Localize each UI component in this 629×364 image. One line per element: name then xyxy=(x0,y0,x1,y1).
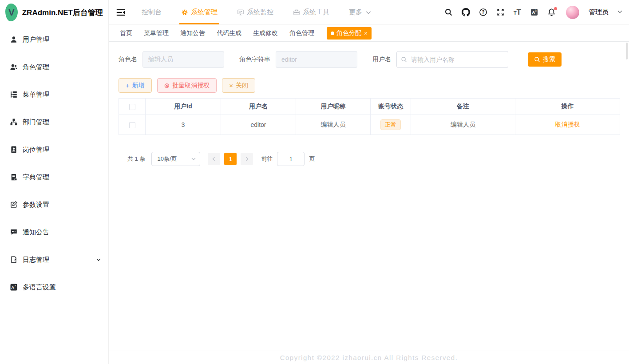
prev-page-button[interactable] xyxy=(208,153,220,165)
chevron-left-icon xyxy=(211,156,217,162)
table-header-row: 用户Id 用户名 用户昵称 账号状态 备注 操作 xyxy=(119,99,620,115)
plus-icon: + xyxy=(126,82,130,89)
svg-text:?: ? xyxy=(482,10,485,15)
nav-item-system-monitor[interactable]: 系统监控 xyxy=(237,0,273,24)
svg-text:文: 文 xyxy=(534,9,537,12)
page-size-select[interactable]: 10条/页 xyxy=(151,152,200,166)
app-logo: V xyxy=(5,4,18,21)
column-header-status: 账号状态 xyxy=(371,99,411,115)
app-layout: V ZRAdmin.NET后台管理 用户管理 角色管理 菜单管理 部门管理 xyxy=(0,0,629,364)
nav-item-system-mgmt[interactable]: 系统管理 xyxy=(181,0,218,24)
tab-code-gen[interactable]: 代码生成 xyxy=(217,29,241,37)
column-header-nick-name: 用户昵称 xyxy=(296,99,371,115)
filter-role-key: 角色字符串 xyxy=(239,51,357,68)
collapse-sidebar-icon[interactable] xyxy=(116,8,126,17)
close-button[interactable]: × 关闭 xyxy=(222,78,255,93)
role-key-input[interactable] xyxy=(276,51,357,68)
cell-user-id: 3 xyxy=(146,115,221,135)
nav-item-console[interactable]: 控制台 xyxy=(142,0,162,24)
scrollbar-thumb[interactable] xyxy=(626,43,628,59)
user-name-input[interactable] xyxy=(396,51,508,68)
close-icon: × xyxy=(229,82,233,89)
cell-user-name: editor xyxy=(221,115,296,135)
sidebar-item-dict-mgmt[interactable]: 字典管理 xyxy=(0,163,108,191)
notification-bell-icon[interactable] xyxy=(547,8,556,17)
page-size-value: 10条/页 xyxy=(157,155,177,163)
sidebar-item-post-mgmt[interactable]: 岗位管理 xyxy=(0,136,108,163)
role-key-label: 角色字符串 xyxy=(239,55,270,63)
badge-icon xyxy=(10,146,18,154)
tab-gen-edit[interactable]: 生成修改 xyxy=(253,29,278,37)
column-header-user-id: 用户Id xyxy=(146,99,221,115)
logo-letter: V xyxy=(8,8,14,18)
sidebar-item-label: 通知公告 xyxy=(23,228,49,237)
sidebar-item-label: 岗位管理 xyxy=(23,146,49,154)
cancel-auth-link[interactable]: 取消授权 xyxy=(555,121,580,128)
circle-close-icon: ⊗ xyxy=(164,82,170,89)
pagination-goto: 前往 页 xyxy=(261,152,315,166)
sidebar-item-dept-mgmt[interactable]: 部门管理 xyxy=(0,108,108,136)
sidebar-item-user-mgmt[interactable]: 用户管理 xyxy=(0,26,108,53)
sidebar-item-label: 参数设置 xyxy=(23,201,49,209)
org-chart-icon xyxy=(10,118,18,126)
tab-home[interactable]: 首页 xyxy=(120,29,132,37)
nav-item-label: 系统工具 xyxy=(303,8,329,16)
tab-notice[interactable]: 通知公告 xyxy=(180,29,205,37)
role-name-input[interactable] xyxy=(142,51,224,68)
goto-label: 前往 xyxy=(261,155,273,163)
language-switch-icon[interactable]: A文 xyxy=(530,8,538,17)
sidebar-item-label: 日志管理 xyxy=(23,256,49,264)
page-content: 角色名 角色字符串 用户名 搜索 xyxy=(109,42,629,351)
help-icon[interactable]: ? xyxy=(479,8,488,17)
header: 控制台 系统管理 系统监控 系统工具 更多 xyxy=(109,0,629,25)
page-unit-label: 页 xyxy=(309,155,315,163)
fullscreen-icon[interactable] xyxy=(496,8,505,17)
tab-menu-mgmt[interactable]: 菜单管理 xyxy=(144,29,169,37)
row-checkbox[interactable] xyxy=(129,122,135,128)
github-icon[interactable] xyxy=(462,8,471,17)
goto-page-input[interactable] xyxy=(277,152,305,166)
close-button-label: 关闭 xyxy=(236,82,248,90)
add-button[interactable]: + 新增 xyxy=(119,78,152,93)
search-button[interactable]: 搜索 xyxy=(528,52,562,67)
next-page-button[interactable] xyxy=(241,153,253,165)
sidebar-item-role-mgmt[interactable]: 角色管理 xyxy=(0,53,108,81)
sidebar-item-label: 多语言设置 xyxy=(23,283,56,292)
user-name-label: 用户名 xyxy=(372,55,391,63)
status-badge: 正常 xyxy=(380,119,401,130)
tab-bar: 首页 菜单管理 通知公告 代码生成 生成修改 角色管理 角色分配 × xyxy=(109,25,629,42)
sidebar-menu: 用户管理 角色管理 菜单管理 部门管理 岗位管理 字典管理 xyxy=(0,25,108,301)
sidebar-item-param-settings[interactable]: 参数设置 xyxy=(0,191,108,218)
users-icon xyxy=(10,63,18,71)
nav-item-system-tools[interactable]: 系统工具 xyxy=(293,0,329,24)
column-header-remark: 备注 xyxy=(411,99,515,115)
role-name-label: 角色名 xyxy=(119,55,137,63)
sidebar-item-notice[interactable]: 通知公告 xyxy=(0,218,108,246)
user-name[interactable]: 管理员 xyxy=(589,8,609,16)
logo-row[interactable]: V ZRAdmin.NET后台管理 xyxy=(0,0,108,25)
select-all-checkbox[interactable] xyxy=(129,104,135,110)
sidebar-item-menu-mgmt[interactable]: 菜单管理 xyxy=(0,81,108,108)
tab-role-assign[interactable]: 角色分配 × xyxy=(327,27,372,40)
cell-nick-name: 编辑人员 xyxy=(296,115,371,135)
search-button-label: 搜索 xyxy=(543,55,555,63)
avatar[interactable] xyxy=(566,6,579,19)
user-menu-chevron-icon[interactable] xyxy=(617,9,623,16)
translate-icon: A× xyxy=(10,283,18,291)
monitor-icon xyxy=(237,9,244,16)
notification-badge xyxy=(554,7,557,10)
sidebar-item-log-mgmt[interactable]: 日志管理 xyxy=(0,246,108,273)
close-tab-icon[interactable]: × xyxy=(364,30,368,37)
svg-text:×: × xyxy=(15,284,16,287)
chevron-down-icon xyxy=(365,9,372,16)
sidebar-item-i18n-settings[interactable]: A× 多语言设置 xyxy=(0,273,108,301)
search-icon[interactable] xyxy=(444,8,453,17)
select-all-cell xyxy=(119,99,146,115)
svg-text:A: A xyxy=(11,285,14,290)
nav-item-more[interactable]: 更多 xyxy=(349,0,372,24)
batch-cancel-auth-button[interactable]: ⊗ 批量取消授权 xyxy=(157,78,217,93)
nav-item-label: 控制台 xyxy=(142,8,162,16)
current-page-button[interactable]: 1 xyxy=(224,153,237,165)
tab-role-mgmt[interactable]: 角色管理 xyxy=(289,29,314,37)
font-size-icon[interactable]: TT xyxy=(514,8,521,17)
